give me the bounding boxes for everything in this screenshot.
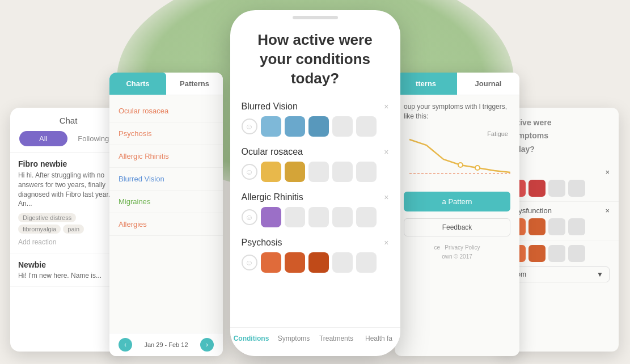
close-psychosis[interactable]: × bbox=[384, 238, 388, 247]
sym-box-s-3[interactable] bbox=[548, 180, 565, 197]
condition-migraines[interactable]: Migraines bbox=[109, 191, 223, 213]
sev-5-blurred[interactable] bbox=[356, 116, 377, 137]
smiley-psychosis[interactable]: ☺ bbox=[242, 255, 257, 270]
chat-tabs: All Following bbox=[19, 131, 117, 146]
sev-2-blurred[interactable] bbox=[285, 116, 305, 137]
close-dysfunction[interactable]: × bbox=[605, 206, 610, 215]
condition-allergic[interactable]: Allergic Rhinitis bbox=[109, 145, 223, 168]
date-range: Jan 29 - Feb 12 bbox=[144, 341, 188, 348]
sym-box-extra-4[interactable] bbox=[568, 245, 585, 262]
sym-name-dysfunction: c dysfunction × bbox=[509, 206, 610, 215]
prev-arrow[interactable]: ‹ bbox=[119, 338, 132, 352]
post-text-fibro: Hi hi. After struggling with no answers … bbox=[18, 171, 119, 209]
sym-dropdown[interactable]: tom ▼ bbox=[509, 266, 610, 282]
sym-box-extra-3[interactable] bbox=[548, 245, 565, 262]
condition-row-ocular: Ocular rosacea × ☺ bbox=[242, 147, 389, 182]
sym-box-s-4[interactable] bbox=[568, 180, 585, 197]
severity-blurred: ☺ bbox=[242, 116, 389, 137]
sym-box-s-2[interactable] bbox=[528, 180, 546, 197]
post-author-fibro: Fibro newbie bbox=[18, 159, 119, 168]
tag-digestive[interactable]: Digestive distress bbox=[18, 213, 76, 222]
close-blurred[interactable]: × bbox=[384, 102, 388, 111]
svg-point-1 bbox=[475, 166, 480, 170]
patterns-tabs: tterns Journal bbox=[395, 73, 519, 95]
add-reaction-button[interactable]: Add reaction bbox=[18, 238, 119, 246]
tab-patterns-charts[interactable]: Patterns bbox=[166, 73, 223, 95]
smiley-ocular[interactable]: ☺ bbox=[242, 164, 257, 180]
sev-2-psychosis[interactable] bbox=[285, 252, 305, 273]
sym-box-d-3[interactable] bbox=[548, 218, 565, 235]
post-tags: Digestive distress fibromyalgia pain bbox=[18, 213, 119, 234]
condition-allergies[interactable]: Allergies bbox=[109, 213, 223, 236]
patterns-footer: ce Privacy Policy own © 2017 bbox=[404, 243, 510, 261]
charts-navigation: ‹ Jan 29 - Feb 12 › bbox=[109, 333, 223, 356]
sev-4-rhinitis[interactable] bbox=[332, 207, 353, 227]
sev-4-blurred[interactable] bbox=[332, 116, 353, 137]
post-text-newbie: Hi! I'm new here. Name is... bbox=[18, 272, 119, 280]
sym-sev-s bbox=[509, 180, 610, 197]
sev-5-ocular[interactable] bbox=[356, 162, 377, 182]
condition-blurred[interactable]: Blurred Vision bbox=[109, 168, 223, 191]
tab-charts[interactable]: Charts bbox=[109, 73, 166, 95]
severity-psychosis: ☺ bbox=[242, 252, 389, 273]
condition-name-ocular: Ocular rosacea × bbox=[242, 147, 389, 157]
smiley-rhinitis[interactable]: ☺ bbox=[242, 209, 257, 225]
sev-3-psychosis[interactable] bbox=[308, 252, 329, 273]
phone-content: How active were your conditions today? B… bbox=[230, 10, 400, 356]
condition-psychosis[interactable]: Psychosis bbox=[109, 122, 223, 145]
phone-question: How active were your conditions today? bbox=[242, 31, 389, 88]
chart-label-fatigue: Fatigue bbox=[487, 130, 508, 137]
condition-list: Ocular rosacea Psychosis Allergic Rhinit… bbox=[109, 95, 223, 240]
nav-health[interactable]: Health fa bbox=[358, 332, 400, 345]
close-rhinitis[interactable]: × bbox=[384, 193, 388, 202]
tab-patterns[interactable]: tterns bbox=[395, 73, 457, 95]
condition-name-psychosis: Psychosis × bbox=[242, 238, 389, 248]
sev-1-psychosis[interactable] bbox=[261, 252, 281, 273]
sev-2-ocular[interactable] bbox=[285, 162, 305, 182]
tag-pain[interactable]: pain bbox=[63, 225, 84, 234]
sev-2-rhinitis[interactable] bbox=[285, 207, 305, 227]
tab-all[interactable]: All bbox=[19, 131, 67, 146]
condition-ocular[interactable]: Ocular rosacea bbox=[109, 100, 223, 122]
sev-4-ocular[interactable] bbox=[332, 162, 353, 182]
condition-row-blurred: Blurred Vision × ☺ bbox=[242, 101, 389, 137]
next-arrow[interactable]: › bbox=[200, 338, 214, 352]
sev-4-psychosis[interactable] bbox=[332, 252, 353, 273]
nav-conditions[interactable]: Conditions bbox=[230, 332, 273, 345]
chat-title: Chat bbox=[19, 116, 117, 125]
create-pattern-button[interactable]: a Pattern bbox=[404, 192, 510, 211]
tag-fibro[interactable]: fibromyalgia bbox=[18, 225, 61, 234]
sev-3-ocular[interactable] bbox=[308, 162, 329, 182]
condition-row-psychosis: Psychosis × ☺ bbox=[242, 238, 389, 273]
close-s[interactable]: × bbox=[605, 168, 610, 176]
sev-5-psychosis[interactable] bbox=[356, 252, 377, 273]
phone-bottom-nav: Conditions Symptoms Treatments Health fa bbox=[230, 327, 400, 356]
sym-name-s: S × bbox=[509, 168, 610, 176]
scene: Chat All Following Fibro newbie Hi hi. A… bbox=[0, 0, 630, 364]
sev-3-rhinitis[interactable] bbox=[308, 207, 329, 227]
condition-name-blurred: Blurred Vision × bbox=[242, 101, 389, 112]
condition-row-rhinitis: Allergic Rhinitis × ☺ bbox=[242, 192, 389, 227]
severity-ocular: ☺ bbox=[242, 162, 389, 182]
feedback-button[interactable]: Feedback bbox=[404, 218, 510, 236]
sym-box-d-2[interactable] bbox=[528, 218, 546, 235]
tab-journal[interactable]: Journal bbox=[457, 73, 519, 95]
post-author-newbie: Newbie bbox=[18, 260, 119, 269]
sym-sev-dysfunction bbox=[509, 218, 610, 235]
close-ocular[interactable]: × bbox=[384, 147, 388, 156]
sev-1-ocular[interactable] bbox=[261, 162, 281, 182]
sev-1-rhinitis[interactable] bbox=[261, 207, 281, 227]
chart-area: Fatigue bbox=[404, 128, 510, 185]
nav-treatments[interactable]: Treatments bbox=[315, 332, 358, 345]
sev-3-blurred[interactable] bbox=[308, 116, 329, 137]
sym-box-d-4[interactable] bbox=[568, 218, 585, 235]
svg-point-0 bbox=[458, 163, 463, 167]
smiley-blurred[interactable]: ☺ bbox=[242, 118, 257, 134]
sev-1-blurred[interactable] bbox=[261, 116, 281, 137]
dropdown-arrow-icon: ▼ bbox=[597, 270, 603, 278]
charts-tabs: Charts Patterns bbox=[109, 73, 223, 95]
nav-symptoms[interactable]: Symptoms bbox=[273, 332, 315, 345]
sym-box-extra-2[interactable] bbox=[528, 245, 546, 262]
sev-5-rhinitis[interactable] bbox=[356, 207, 377, 227]
phone-notch bbox=[293, 16, 338, 19]
